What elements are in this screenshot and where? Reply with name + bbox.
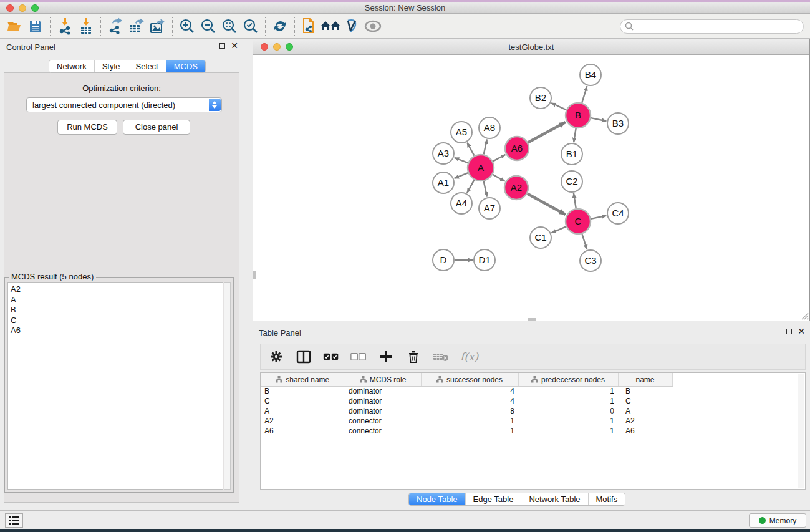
edge-A-A8[interactable]: [484, 140, 487, 155]
cell-shared-name[interactable]: A6: [261, 426, 345, 436]
column-header-shared-name[interactable]: shared name: [261, 373, 345, 386]
cell-predecessor-nodes[interactable]: 1: [518, 426, 618, 436]
edge-A-A7[interactable]: [484, 181, 487, 197]
mcds-result-item[interactable]: A2: [11, 284, 223, 295]
graph-node-A7[interactable]: A7: [479, 198, 500, 219]
graph-node-B1[interactable]: B1: [561, 143, 582, 165]
tab-network-table[interactable]: Network Table: [521, 493, 588, 505]
table-row[interactable]: A6connector11A6: [261, 426, 672, 436]
cell-predecessor-nodes[interactable]: 1: [518, 396, 618, 406]
edge-A6-B[interactable]: [528, 122, 566, 143]
node-table-grid[interactable]: shared nameMCDS rolesuccessor nodesprede…: [261, 373, 673, 436]
edge-B-B4[interactable]: [582, 86, 587, 103]
graph-node-C3[interactable]: C3: [580, 250, 601, 271]
task-history-button[interactable]: [5, 513, 23, 528]
export-image-icon[interactable]: [147, 16, 168, 36]
tab-edge-table[interactable]: Edge Table: [466, 493, 522, 505]
cell-predecessor-nodes[interactable]: 1: [518, 416, 618, 426]
cell-predecessor-nodes[interactable]: 1: [518, 386, 618, 396]
graph-node-B4[interactable]: B4: [580, 64, 601, 85]
window-edge-handle-left[interactable]: [253, 271, 256, 279]
tab-node-table[interactable]: Node Table: [409, 493, 466, 505]
import-network-icon[interactable]: [54, 16, 75, 36]
cell-name[interactable]: A: [618, 406, 672, 416]
tab-motifs[interactable]: Motifs: [589, 493, 625, 505]
criterion-dropdown[interactable]: largest connected component (directed): [26, 97, 222, 112]
cell-mcds-role[interactable]: connector: [345, 426, 421, 436]
cell-shared-name[interactable]: A2: [261, 416, 345, 426]
export-table-icon[interactable]: [126, 16, 147, 36]
float-table-panel-icon[interactable]: [786, 329, 792, 334]
function-builder-icon[interactable]: f(x): [460, 351, 478, 363]
network-window-titlebar[interactable]: testGlobe.txt: [253, 39, 809, 55]
cell-shared-name[interactable]: B: [261, 386, 345, 396]
search-input[interactable]: [620, 19, 804, 34]
graph-node-D1[interactable]: D1: [474, 249, 495, 271]
edge-B-B3[interactable]: [591, 118, 607, 121]
graph-node-A4[interactable]: A4: [451, 193, 472, 214]
graph-node-D[interactable]: D: [433, 249, 454, 271]
mcds-result-item[interactable]: C: [11, 316, 223, 326]
mcds-result-list[interactable]: A2ABCA6: [7, 282, 223, 490]
cell-predecessor-nodes[interactable]: 0: [518, 406, 618, 416]
edge-B-B2[interactable]: [551, 103, 566, 110]
edge-C-C2[interactable]: [574, 193, 576, 208]
cell-mcds-role[interactable]: dominator: [345, 406, 421, 416]
tab-select[interactable]: Select: [128, 60, 166, 72]
zoom-in-icon[interactable]: [176, 16, 198, 36]
float-panel-icon[interactable]: [219, 43, 225, 49]
graph-node-A8[interactable]: A8: [479, 117, 500, 138]
memory-button[interactable]: Memory: [749, 513, 806, 528]
delete-table-icon[interactable]: [433, 349, 449, 365]
new-network-from-selection-icon[interactable]: [299, 16, 320, 36]
edge-C-C4[interactable]: [591, 216, 607, 219]
tab-network[interactable]: Network: [49, 60, 95, 72]
open-session-icon[interactable]: [4, 16, 25, 36]
mcds-result-item[interactable]: A6: [11, 326, 223, 336]
mcds-result-scrollbar[interactable]: [224, 282, 231, 490]
graph-node-A5[interactable]: A5: [451, 122, 472, 143]
cell-successor-nodes[interactable]: 4: [421, 386, 518, 396]
table-settings-gear-icon[interactable]: [268, 349, 284, 365]
edge-B-B1[interactable]: [574, 128, 576, 143]
cell-successor-nodes[interactable]: 4: [421, 396, 518, 406]
cell-successor-nodes[interactable]: 1: [421, 416, 518, 426]
table-row[interactable]: A2connector11A2: [261, 416, 672, 426]
column-header-name[interactable]: name: [618, 373, 672, 386]
window-resize-grip[interactable]: [800, 311, 809, 320]
edge-C-C3[interactable]: [582, 234, 587, 249]
network-canvas[interactable]: B4B2BB3A8A5A6A3B1AC2A1A2A4A7C4CC1DD1C3: [253, 56, 809, 321]
table-row[interactable]: Adominator80A: [261, 406, 672, 416]
edge-A-A3[interactable]: [455, 158, 468, 163]
cell-shared-name[interactable]: C: [261, 396, 345, 406]
graph-node-A[interactable]: A: [468, 155, 494, 181]
export-network-icon[interactable]: [105, 16, 126, 36]
save-session-icon[interactable]: [25, 16, 46, 36]
mcds-result-item[interactable]: A: [11, 295, 223, 306]
cell-successor-nodes[interactable]: 8: [421, 406, 518, 416]
zoom-out-icon[interactable]: [198, 16, 219, 36]
edge-A-A6[interactable]: [493, 155, 505, 162]
graph-node-A2[interactable]: A2: [504, 176, 528, 200]
hide-labels-icon[interactable]: [341, 16, 362, 36]
zoom-selected-icon[interactable]: [240, 16, 261, 36]
cell-mcds-role[interactable]: dominator: [345, 396, 421, 406]
cell-name[interactable]: A2: [618, 416, 672, 426]
graph-node-B3[interactable]: B3: [607, 113, 629, 134]
add-column-icon[interactable]: [378, 349, 394, 365]
deselect-all-icon[interactable]: [350, 349, 367, 365]
table-scrollbar[interactable]: [798, 374, 804, 488]
graph-node-C1[interactable]: C1: [530, 227, 551, 248]
refresh-icon[interactable]: [269, 16, 291, 36]
edge-A-A4[interactable]: [467, 180, 474, 193]
run-mcds-button[interactable]: Run MCDS: [57, 120, 117, 135]
column-header-MCDS-role[interactable]: MCDS role: [345, 373, 421, 386]
home-layout-icon[interactable]: [320, 16, 341, 36]
network-graph[interactable]: B4B2BB3A8A5A6A3B1AC2A1A2A4A7C4CC1DD1C3: [253, 56, 809, 321]
delete-column-trash-icon[interactable]: [405, 349, 422, 365]
show-graphics-details-icon[interactable]: [362, 16, 383, 36]
close-panel-icon[interactable]: ✕: [231, 42, 238, 49]
graph-node-A6[interactable]: A6: [505, 137, 529, 160]
cell-name[interactable]: A6: [618, 426, 672, 436]
graph-node-A1[interactable]: A1: [433, 172, 454, 193]
